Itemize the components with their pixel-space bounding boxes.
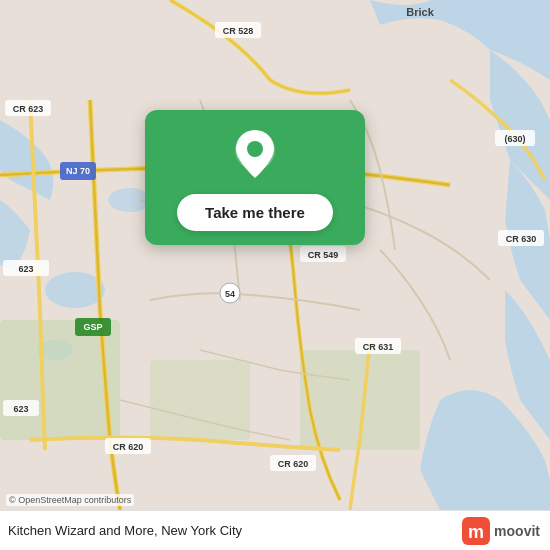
svg-text:m: m	[468, 522, 484, 542]
osm-attribution: © OpenStreetMap contributors	[6, 494, 134, 506]
moovit-logo-icon: m	[462, 517, 490, 545]
svg-text:623: 623	[13, 404, 28, 414]
moovit-brand-text: moovit	[494, 523, 540, 539]
location-card: Take me there	[145, 110, 365, 245]
svg-text:NJ 70: NJ 70	[66, 166, 90, 176]
location-label: Kitchen Wizard and More, New York City	[8, 523, 242, 538]
take-me-there-button[interactable]: Take me there	[177, 194, 333, 231]
svg-text:54: 54	[225, 289, 235, 299]
svg-text:Brick: Brick	[406, 6, 434, 18]
map-svg: CR 623 CR 528 Brick NJ 70 623 GSP 54 CR …	[0, 0, 550, 510]
svg-text:(630): (630)	[504, 134, 525, 144]
moovit-logo: m moovit	[462, 517, 540, 545]
svg-text:CR 630: CR 630	[506, 234, 537, 244]
svg-text:CR 620: CR 620	[278, 459, 309, 469]
svg-point-35	[247, 141, 263, 157]
svg-text:CR 528: CR 528	[223, 26, 254, 36]
location-pin-icon	[231, 128, 279, 184]
bottom-bar: Kitchen Wizard and More, New York City m…	[0, 510, 550, 550]
svg-text:CR 620: CR 620	[113, 442, 144, 452]
svg-text:CR 631: CR 631	[363, 342, 394, 352]
svg-text:GSP: GSP	[83, 322, 102, 332]
svg-text:623: 623	[18, 264, 33, 274]
map-container: CR 623 CR 528 Brick NJ 70 623 GSP 54 CR …	[0, 0, 550, 510]
svg-text:CR 549: CR 549	[308, 250, 339, 260]
svg-text:CR 623: CR 623	[13, 104, 44, 114]
